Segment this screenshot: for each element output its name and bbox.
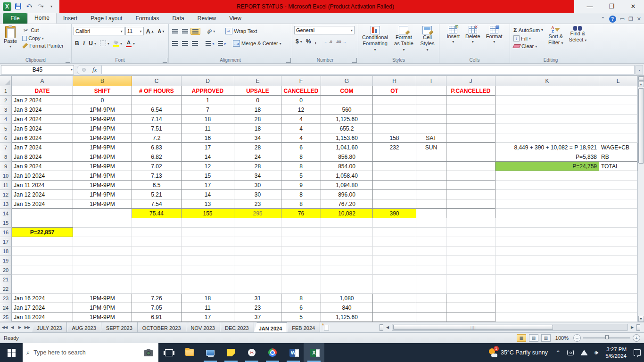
cell-H4[interactable] xyxy=(373,115,416,124)
cell-E12[interactable]: 30 xyxy=(234,190,281,199)
cell-J20[interactable] xyxy=(446,265,495,275)
cell-I5[interactable] xyxy=(416,124,446,133)
cell-C12[interactable]: 5.21 xyxy=(132,190,182,199)
customize-qat-button[interactable]: ▾ xyxy=(47,2,57,11)
cell-K21[interactable] xyxy=(495,275,599,284)
cell-H23[interactable] xyxy=(373,294,416,303)
cell-B14[interactable] xyxy=(73,209,132,218)
cell-A19[interactable] xyxy=(12,256,73,265)
cell-C18[interactable] xyxy=(132,247,182,256)
cell-G21[interactable] xyxy=(321,275,373,284)
cell-C19[interactable] xyxy=(132,256,182,265)
row-header-8[interactable]: 8 xyxy=(0,152,12,162)
cell-J13[interactable] xyxy=(446,199,495,209)
split-handle-right[interactable] xyxy=(636,324,640,331)
cell-F24[interactable]: 6 xyxy=(281,303,321,313)
cell-A16[interactable]: P=22,857 xyxy=(12,228,73,237)
cell-I25[interactable] xyxy=(416,313,446,322)
cell-E3[interactable]: 18 xyxy=(234,105,281,115)
cell-E25[interactable]: 37 xyxy=(234,313,281,322)
cell-H24[interactable] xyxy=(373,303,416,313)
vertical-scrollbar[interactable]: ▲ ▼ xyxy=(637,76,644,322)
sheet-tab-dec-2023[interactable]: DEC 2023 xyxy=(220,322,254,332)
cell-E21[interactable] xyxy=(234,275,281,284)
cell-L17[interactable] xyxy=(599,237,637,247)
row-header-24[interactable]: 24 xyxy=(0,303,12,313)
tab-review[interactable]: Review xyxy=(191,14,223,24)
cell-F5[interactable]: 4 xyxy=(281,124,321,133)
cell-B21[interactable] xyxy=(73,275,132,284)
cell-A10[interactable]: Jan 10 2024 xyxy=(12,171,73,181)
cell-B18[interactable] xyxy=(73,247,132,256)
cell-E24[interactable]: 23 xyxy=(234,303,281,313)
cell-B8[interactable]: 1PM-9PM xyxy=(73,152,132,162)
cell-L8[interactable]: RB xyxy=(599,152,637,162)
tab-split-handle[interactable] xyxy=(380,324,383,331)
cell-C5[interactable]: 7.51 xyxy=(132,124,182,133)
cell-D22[interactable] xyxy=(182,284,234,294)
top-align-button[interactable] xyxy=(171,28,180,34)
cell-D20[interactable] xyxy=(182,265,234,275)
cell-A18[interactable] xyxy=(12,247,73,256)
cell-H5[interactable] xyxy=(373,124,416,133)
cell-L4[interactable] xyxy=(599,115,637,124)
cell-F14[interactable]: 76 xyxy=(281,209,321,218)
cell-E1[interactable]: UPSALE xyxy=(234,86,281,96)
cell-K2[interactable] xyxy=(495,96,599,105)
column-header-F[interactable]: F xyxy=(281,76,321,86)
cell-K10[interactable] xyxy=(495,171,599,181)
comma-style-button[interactable]: , xyxy=(313,38,317,45)
column-header-H[interactable]: H xyxy=(373,76,416,86)
cell-C3[interactable]: 6.54 xyxy=(132,105,182,115)
cell-H12[interactable] xyxy=(373,190,416,199)
cell-D6[interactable]: 16 xyxy=(182,133,234,143)
tab-page-layout[interactable]: Page Layout xyxy=(84,14,129,24)
tab-formulas[interactable]: Formulas xyxy=(129,14,165,24)
underline-button[interactable]: U▾ xyxy=(87,40,98,47)
align-left-button[interactable] xyxy=(171,41,180,47)
cell-J8[interactable] xyxy=(446,152,495,162)
cell-L19[interactable] xyxy=(599,256,637,265)
alignment-dialog-launcher[interactable] xyxy=(286,58,291,63)
cell-B6[interactable]: 1PM-9PM xyxy=(73,133,132,143)
cell-H3[interactable] xyxy=(373,105,416,115)
cell-F13[interactable]: 8 xyxy=(281,199,321,209)
row-header-20[interactable]: 20 xyxy=(0,265,12,275)
cell-E2[interactable]: 0 xyxy=(234,96,281,105)
cell-H1[interactable]: OT xyxy=(373,86,416,96)
cell-K23[interactable] xyxy=(495,294,599,303)
cell-A11[interactable]: Jan 11 2024 xyxy=(12,181,73,190)
cell-B3[interactable]: 1PM-9PM xyxy=(73,105,132,115)
cell-G13[interactable]: 767.20 xyxy=(321,199,373,209)
cell-K24[interactable] xyxy=(495,303,599,313)
cell-L11[interactable] xyxy=(599,181,637,190)
column-header-K[interactable]: K xyxy=(495,76,599,86)
cell-F10[interactable]: 5 xyxy=(281,171,321,181)
cell-L9[interactable]: TOTAL xyxy=(599,162,637,171)
normal-view-button[interactable]: ▦ xyxy=(517,334,526,342)
cell-I4[interactable] xyxy=(416,115,446,124)
cell-D4[interactable]: 18 xyxy=(182,115,234,124)
zoom-track[interactable] xyxy=(583,337,630,338)
row-header-3[interactable]: 3 xyxy=(0,105,12,115)
cell-G4[interactable]: 1,125.60 xyxy=(321,115,373,124)
cell-E15[interactable] xyxy=(234,218,281,228)
merge-center-button[interactable]: ↔aMerge & Center▾ xyxy=(231,40,283,47)
cell-A12[interactable]: Jan 12 2024 xyxy=(12,190,73,199)
cell-B1[interactable]: SHIFT xyxy=(73,86,132,96)
cell-J9[interactable] xyxy=(446,162,495,171)
cell-J25[interactable] xyxy=(446,313,495,322)
cell-I16[interactable] xyxy=(416,228,446,237)
cell-A21[interactable] xyxy=(12,275,73,284)
cell-L3[interactable] xyxy=(599,105,637,115)
cell-K13[interactable] xyxy=(495,199,599,209)
cell-B23[interactable]: 1PM-9PM xyxy=(73,294,132,303)
cell-B15[interactable] xyxy=(73,218,132,228)
cell-J19[interactable] xyxy=(446,256,495,265)
excel-logo-icon[interactable]: X xyxy=(3,2,11,11)
cell-J16[interactable] xyxy=(446,228,495,237)
column-header-L[interactable]: L xyxy=(599,76,637,86)
cell-J18[interactable] xyxy=(446,247,495,256)
align-center-button[interactable] xyxy=(181,41,190,47)
cell-H17[interactable] xyxy=(373,237,416,247)
